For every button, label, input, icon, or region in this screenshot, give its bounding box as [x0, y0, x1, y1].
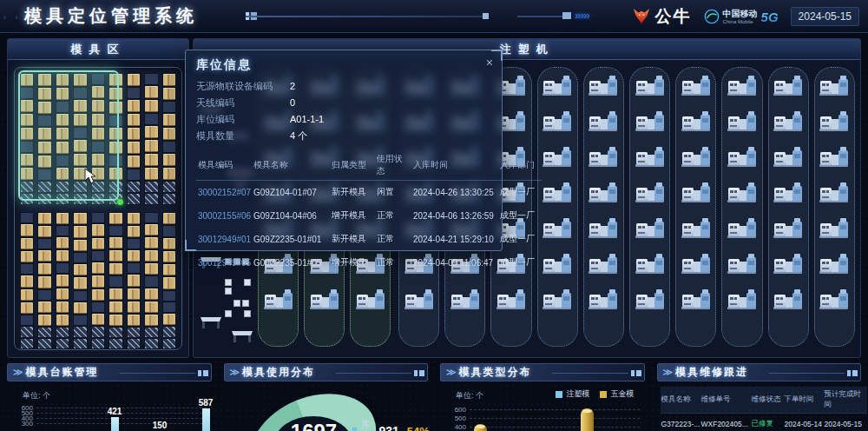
storage-rack[interactable]: [20, 212, 34, 349]
injection-machine-icon[interactable]: [635, 288, 666, 311]
injection-machine-icon[interactable]: [681, 182, 712, 204]
popup-table-cell: 2024-04-06 13:26:59: [411, 204, 498, 228]
injection-machine-icon[interactable]: [635, 75, 666, 97]
panel-arrow-icon: ≫: [663, 367, 672, 378]
machine-column[interactable]: [675, 67, 716, 347]
injection-machine-icon[interactable]: [727, 146, 758, 169]
injection-machine-icon[interactable]: [263, 288, 294, 311]
injection-machine-icon[interactable]: [588, 146, 619, 169]
injection-machine-icon[interactable]: [681, 253, 712, 275]
selected-rack-highlight[interactable]: [18, 70, 119, 201]
injection-machine-icon[interactable]: [727, 110, 758, 133]
injection-machine-icon[interactable]: [635, 253, 666, 275]
injection-machine-icon[interactable]: [496, 288, 527, 311]
injection-machine-icon[interactable]: [542, 75, 573, 97]
injection-machine-icon[interactable]: [635, 182, 666, 204]
storage-rack[interactable]: [162, 212, 176, 349]
injection-machine-icon[interactable]: [819, 253, 850, 275]
rack-cell: [163, 182, 175, 192]
injection-machine-icon[interactable]: [588, 182, 619, 204]
rack-cell: [128, 142, 140, 154]
rack-cell: [21, 213, 33, 222]
injection-machine-icon[interactable]: [727, 288, 758, 311]
injection-machine-icon[interactable]: [450, 288, 481, 311]
injection-machine-icon[interactable]: [588, 75, 619, 97]
injection-machine-icon[interactable]: [727, 75, 758, 97]
injection-machine-icon[interactable]: [635, 217, 666, 240]
popup-table-row[interactable]: 30012949#05G09Z2235-01#05增开模具正常2024-04-0…: [196, 251, 542, 275]
injection-machine-icon[interactable]: [404, 288, 435, 311]
popup-table-row[interactable]: 30002152#07G09Z104-01#07新开模具闲置2024-04-26…: [196, 181, 542, 205]
popup-table-row[interactable]: 30012949#01G09Z2235-01#01新开模具正常2024-04-2…: [196, 228, 542, 251]
type-bar[interactable]: [581, 408, 594, 431]
injection-machine-icon[interactable]: [727, 253, 758, 275]
storage-rack[interactable]: [56, 212, 69, 349]
type-bar[interactable]: [474, 424, 487, 431]
machine-column[interactable]: [629, 67, 670, 347]
injection-machine-icon[interactable]: [681, 217, 712, 240]
injection-machine-icon[interactable]: [819, 75, 850, 97]
storage-rack[interactable]: [37, 212, 51, 349]
injection-machine-icon[interactable]: [542, 110, 573, 133]
machine-column[interactable]: [537, 67, 578, 347]
storage-rack[interactable]: [144, 212, 158, 349]
repair-table-row[interactable]: G372223-...WXF202405...已修复2024-05-142024…: [661, 414, 867, 431]
injection-machine-icon[interactable]: [681, 110, 712, 133]
injection-machine-icon[interactable]: [542, 146, 573, 169]
injection-machine-icon[interactable]: [773, 146, 804, 169]
5g-logo: 5G: [761, 10, 779, 24]
injection-machine-icon[interactable]: [773, 217, 804, 240]
injection-machine-icon[interactable]: [773, 75, 804, 97]
injection-machine-icon[interactable]: [635, 110, 666, 133]
storage-rack[interactable]: [73, 212, 87, 349]
storage-rack[interactable]: [127, 73, 141, 205]
machine-column[interactable]: [583, 67, 624, 347]
injection-machine-icon[interactable]: [542, 288, 573, 311]
injection-machine-icon[interactable]: [309, 288, 340, 311]
ledger-panel-header: ≫ 模具台账管理: [7, 363, 212, 381]
injection-machine-icon[interactable]: [773, 110, 804, 133]
rack-cell: [38, 315, 50, 326]
injection-machine-icon[interactable]: [727, 217, 758, 240]
injection-machine-icon[interactable]: [542, 253, 573, 275]
storage-rack[interactable]: [127, 212, 141, 349]
injection-machine-icon[interactable]: [773, 253, 804, 275]
y-axis-tick: 400: [444, 423, 466, 431]
storage-rack[interactable]: [108, 212, 122, 349]
injection-machine-icon[interactable]: [635, 146, 666, 169]
injection-machine-icon[interactable]: [542, 217, 573, 240]
injection-machine-icon[interactable]: [773, 182, 804, 204]
machine-column[interactable]: [814, 67, 855, 347]
injection-machine-icon[interactable]: [681, 146, 712, 169]
injection-machine-icon[interactable]: [588, 253, 619, 275]
injection-machine-icon[interactable]: [681, 75, 712, 97]
ledger-bar[interactable]: [202, 408, 210, 431]
injection-machine-icon[interactable]: [355, 288, 386, 311]
ledger-bar[interactable]: [111, 417, 119, 431]
ledger-unit-label: 单位: 个: [23, 390, 50, 401]
injection-machine-icon[interactable]: [819, 217, 850, 240]
storage-rack[interactable]: [162, 73, 176, 205]
close-icon[interactable]: ×: [486, 56, 493, 70]
machine-column[interactable]: [768, 67, 809, 347]
injection-machine-icon[interactable]: [773, 288, 804, 311]
injection-machine-icon[interactable]: [819, 146, 850, 169]
repair-table-wrap: 模具名称维修单号维修状态下单时间预计完成时间 G372223-...WXF202…: [657, 381, 862, 431]
header-slider-handle-2-icon[interactable]: [562, 12, 571, 19]
injection-machine-icon[interactable]: [542, 182, 573, 204]
rack-cell: [163, 142, 175, 152]
injection-machine-icon[interactable]: [588, 217, 619, 240]
injection-machine-icon[interactable]: [819, 182, 850, 204]
machine-column[interactable]: [721, 67, 762, 347]
rack-cell: [145, 302, 157, 313]
injection-machine-icon[interactable]: [819, 288, 850, 311]
storage-rack[interactable]: [144, 73, 158, 205]
rack-cell: [56, 302, 69, 313]
popup-table-row[interactable]: 30002155#06G09Z104-04#06增开模具正常2024-04-06…: [196, 204, 542, 228]
injection-machine-icon[interactable]: [681, 288, 712, 311]
injection-machine-icon[interactable]: [819, 110, 850, 133]
injection-machine-icon[interactable]: [588, 110, 619, 133]
injection-machine-icon[interactable]: [727, 182, 758, 204]
injection-machine-icon[interactable]: [588, 288, 619, 311]
storage-rack[interactable]: [91, 212, 105, 349]
